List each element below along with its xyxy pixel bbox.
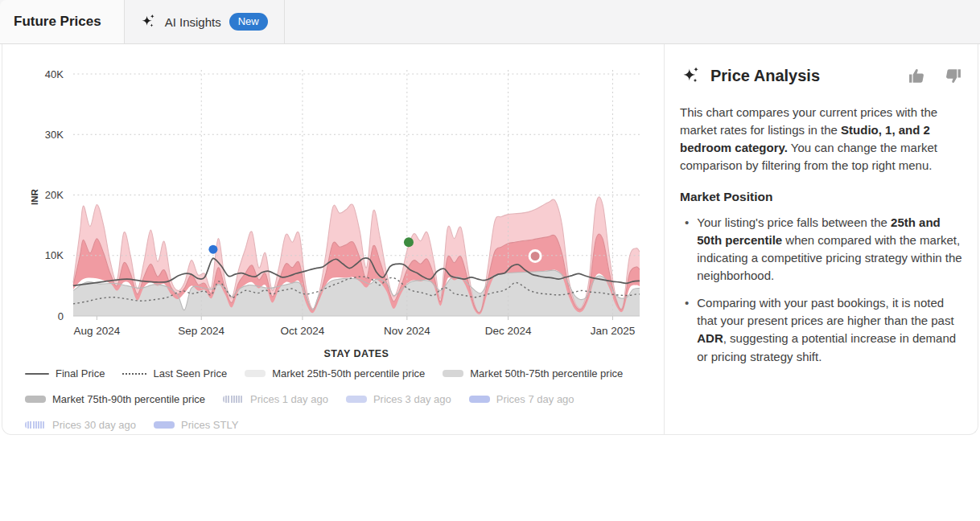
price-analysis-header: Price Analysis: [680, 65, 962, 87]
list-item: •Comparing with your past bookings, it i…: [680, 294, 962, 365]
y-tick-label: 10K: [45, 249, 64, 261]
legend-item-label: Prices 30 day ago: [52, 419, 136, 431]
legend-item-label: Final Price: [56, 367, 105, 379]
legend-item-prices-3-day-ago[interactable]: Prices 3 day ago: [346, 393, 451, 405]
legend-item-label: Prices 3 day ago: [373, 393, 451, 405]
y-tick-label: 20K: [45, 189, 64, 201]
price-analysis-title: Price Analysis: [710, 67, 820, 85]
legend-swatch-icon: [223, 396, 244, 403]
price-chart: 010K20K30K40KINRAug 2024Sep 2024Oct 2024…: [2, 44, 664, 364]
marker-green-dot: [404, 237, 414, 247]
x-tick-label: Aug 2024: [73, 325, 120, 337]
legend-item-prices-1-day-ago[interactable]: Prices 1 day ago: [223, 393, 328, 405]
marker-rose-ring: [529, 251, 541, 262]
legend-swatch-icon: [443, 370, 463, 377]
price-analysis-panel: Price Analysis This chart compares your …: [664, 44, 978, 434]
marker-blue-dot: [208, 245, 217, 254]
price-analysis-intro: This chart compares your current prices …: [680, 104, 962, 174]
legend-item-label: Market 75th-90th percentile price: [52, 393, 205, 405]
legend-item-final-price[interactable]: Final Price: [25, 367, 105, 379]
legend-item-prices-30-day-ago[interactable]: Prices 30 day ago: [25, 419, 136, 431]
chart-panel: 010K20K30K40KINRAug 2024Sep 2024Oct 2024…: [2, 44, 664, 434]
thumbs-up-button[interactable]: [908, 66, 928, 86]
legend-item-label: Market 25th-50th percentile price: [272, 367, 425, 379]
legend-item-market-50th-75th-percentile-price[interactable]: Market 50th-75th percentile price: [443, 367, 623, 379]
tab-future-prices[interactable]: Future Prices: [0, 0, 125, 43]
legend-item-label: Last Seen Price: [153, 367, 227, 379]
legend-item-market-25th-50th-percentile-price[interactable]: Market 25th-50th percentile price: [245, 367, 425, 379]
legend-item-label: Prices STLY: [181, 419, 238, 431]
x-tick-label: Jan 2025: [591, 325, 636, 337]
legend-item-label: Market 50th-75th percentile price: [470, 367, 623, 379]
y-tick-label: 40K: [45, 68, 64, 80]
legend-swatch-icon: [25, 373, 49, 375]
sparkle-icon: [139, 13, 157, 31]
chart-legend: Final PriceLast Seen PriceMarket 25th-50…: [25, 367, 656, 431]
sparkle-icon: [680, 65, 702, 87]
legend-swatch-icon: [469, 396, 490, 403]
legend-item-prices-7-day-ago[interactable]: Prices 7 day ago: [469, 393, 574, 405]
top-bar-spacer: [285, 0, 980, 43]
x-tick-label: Nov 2024: [384, 325, 430, 337]
tab-ai-insights[interactable]: AI Insights New: [125, 0, 285, 43]
y-tick-label: 30K: [45, 129, 64, 141]
legend-swatch-icon: [154, 421, 175, 429]
legend-item-label: Prices 7 day ago: [496, 393, 574, 405]
bullet-icon: •: [680, 214, 689, 285]
top-tab-bar: Future Prices AI Insights New: [0, 0, 980, 44]
y-tick-label: 0: [58, 310, 64, 322]
x-tick-label: Oct 2024: [281, 325, 325, 337]
market-position-heading: Market Position: [680, 190, 962, 204]
thumbs-down-button[interactable]: [942, 66, 962, 86]
list-item: •Your listing's price falls between the …: [680, 214, 962, 285]
main-card: 010K20K30K40KINRAug 2024Sep 2024Oct 2024…: [2, 44, 978, 435]
legend-swatch-icon: [25, 396, 46, 403]
new-badge: New: [229, 13, 268, 31]
legend-swatch-icon: [25, 421, 46, 429]
tab-ai-insights-label: AI Insights: [165, 15, 221, 29]
legend-item-label: Prices 1 day ago: [250, 393, 328, 405]
legend-item-last-seen-price[interactable]: Last Seen Price: [122, 367, 227, 379]
market-position-list: •Your listing's price falls between the …: [680, 214, 962, 365]
y-axis-title: INR: [30, 188, 39, 205]
legend-item-prices-stly[interactable]: Prices STLY: [154, 419, 238, 431]
legend-swatch-icon: [245, 370, 266, 377]
tab-future-prices-label: Future Prices: [14, 14, 101, 30]
x-tick-label: Dec 2024: [485, 325, 532, 337]
legend-swatch-icon: [346, 396, 367, 403]
bullet-icon: •: [680, 294, 689, 365]
x-axis-title: STAY DATES: [324, 348, 389, 359]
legend-swatch-icon: [122, 373, 146, 375]
x-tick-label: Sep 2024: [178, 325, 224, 337]
legend-item-market-75th-90th-percentile-price[interactable]: Market 75th-90th percentile price: [25, 393, 205, 405]
